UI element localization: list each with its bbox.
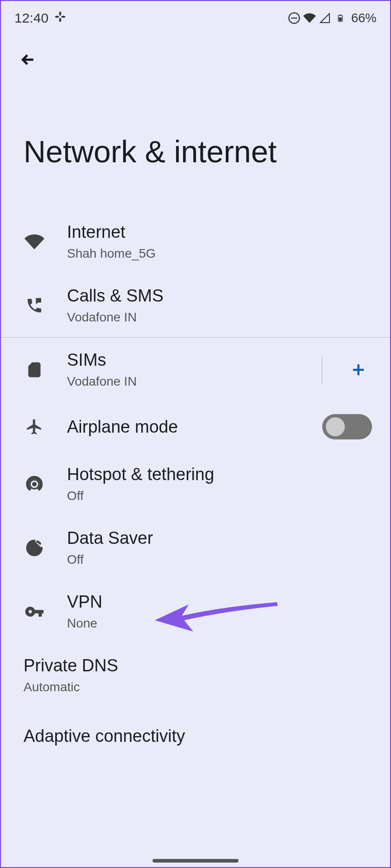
setting-subtitle: Off: [67, 489, 377, 503]
setting-subtitle: Automatic: [24, 680, 377, 694]
svg-rect-5: [32, 370, 33, 372]
setting-internet[interactable]: Internet Shah home_5G: [1, 210, 390, 274]
nav-bar-handle[interactable]: [153, 859, 238, 863]
divider: [322, 356, 322, 383]
data-saver-icon: [24, 537, 45, 559]
battery-icon: [334, 12, 347, 24]
status-bar: 12:40 66%: [1, 1, 390, 33]
toggle-knob: [326, 417, 345, 436]
setting-title: Airplane mode: [67, 417, 322, 437]
back-button[interactable]: [1, 33, 390, 71]
vpn-key-icon: [24, 601, 45, 623]
svg-point-10: [32, 482, 37, 486]
setting-subtitle: None: [67, 616, 377, 631]
page-title: Network & internet: [1, 71, 390, 210]
setting-subtitle: Off: [67, 552, 377, 567]
setting-private-dns[interactable]: Private DNS Automatic: [1, 643, 390, 707]
setting-title: Internet: [67, 222, 377, 242]
status-time: 12:40: [14, 10, 48, 26]
setting-title: SIMs: [67, 350, 322, 370]
setting-subtitle: Shah home_5G: [67, 246, 377, 261]
setting-subtitle: Vodafone IN: [67, 310, 377, 325]
setting-airplane-mode[interactable]: Airplane mode: [1, 401, 390, 452]
setting-title: Calls & SMS: [67, 286, 377, 306]
setting-calls-sms[interactable]: Calls & SMS Vodafone IN: [1, 274, 390, 337]
setting-title: Adaptive connectivity: [24, 726, 377, 746]
pinwheel-icon: [54, 10, 67, 26]
setting-sims[interactable]: SIMs Vodafone IN: [1, 338, 390, 401]
svg-rect-4: [339, 18, 342, 21]
hotspot-icon: [24, 473, 45, 495]
status-bar-right: 66%: [288, 11, 377, 25]
setting-title: Hotspot & tethering: [67, 465, 377, 484]
setting-title: Data Saver: [67, 528, 377, 548]
airplane-icon: [24, 416, 45, 438]
wifi-icon: [303, 12, 316, 24]
setting-hotspot[interactable]: Hotspot & tethering Off: [1, 452, 390, 516]
status-bar-left: 12:40: [14, 10, 67, 26]
svg-rect-3: [339, 15, 342, 16]
add-sim-button[interactable]: [345, 356, 372, 383]
setting-adaptive-connectivity[interactable]: Adaptive connectivity: [1, 707, 390, 757]
wifi-icon: [24, 231, 45, 253]
svg-rect-7: [34, 370, 36, 374]
battery-percent: 66%: [351, 11, 377, 25]
svg-rect-6: [32, 373, 33, 374]
dnd-icon: [288, 12, 300, 24]
setting-vpn[interactable]: VPN None: [1, 580, 390, 643]
signal-icon: [319, 12, 331, 24]
sim-icon: [24, 359, 45, 381]
phone-sms-icon: [24, 295, 45, 316]
settings-list: Internet Shah home_5G Calls & SMS Vodafo…: [1, 210, 390, 757]
setting-title: Private DNS: [24, 656, 377, 675]
setting-title: VPN: [67, 592, 377, 612]
setting-subtitle: Vodafone IN: [67, 374, 322, 389]
airplane-mode-toggle[interactable]: [322, 414, 372, 439]
setting-data-saver[interactable]: Data Saver Off: [1, 516, 390, 580]
